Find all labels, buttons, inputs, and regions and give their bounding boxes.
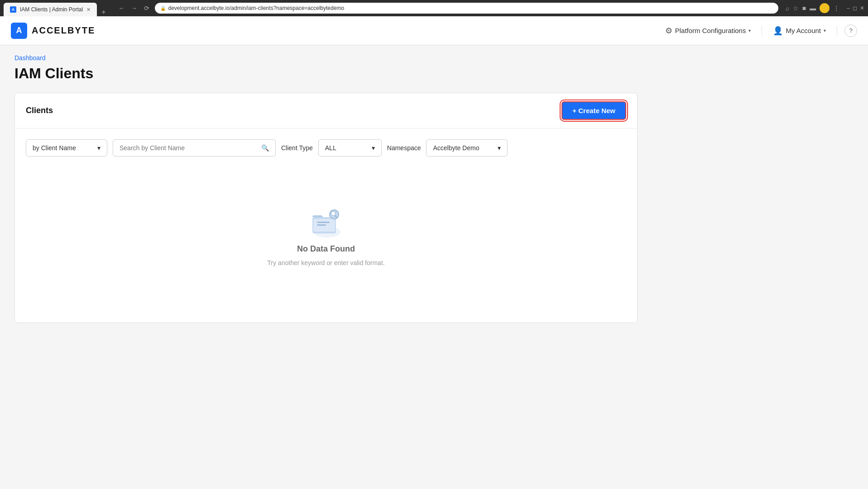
logo-area: A ACCELBYTE bbox=[11, 23, 654, 39]
client-type-dropdown[interactable]: ALL ▾ bbox=[318, 139, 382, 157]
search-input-wrapper: 🔍 bbox=[113, 139, 276, 157]
namespace-label: Namespace bbox=[387, 144, 421, 152]
browser-tabs: A IAM Clients | Admin Portal ✕ + bbox=[4, 0, 110, 16]
lock-icon: 🔒 bbox=[160, 6, 166, 11]
client-type-value: ALL bbox=[325, 144, 336, 152]
app-header: A ACCELBYTE ⚙ Platform Configurations ▾ … bbox=[0, 16, 868, 45]
search-icon: 🔍 bbox=[261, 144, 269, 152]
logo-icon[interactable]: A bbox=[11, 23, 27, 39]
browser-chrome: A IAM Clients | Admin Portal ✕ + ← → ⟳ 🔒… bbox=[0, 0, 868, 16]
logo-text: ACCELBYTE bbox=[32, 25, 95, 36]
client-type-chevron: ▾ bbox=[372, 144, 375, 152]
url-text: development.accelbyte.io/admin/iam-clien… bbox=[168, 5, 345, 11]
clients-card: Clients + Create New by Client Name ▾ 🔍 … bbox=[14, 93, 638, 323]
page-title: IAM Clients bbox=[14, 65, 638, 82]
user-avatar[interactable] bbox=[820, 3, 830, 13]
user-icon: 👤 bbox=[773, 26, 783, 36]
tab-title: IAM Clients | Admin Portal bbox=[20, 6, 83, 13]
svg-rect-3 bbox=[317, 222, 330, 223]
tab-close-icon[interactable]: ✕ bbox=[86, 7, 91, 13]
svg-rect-4 bbox=[317, 224, 326, 226]
page-content: Dashboard IAM Clients Clients + Create N… bbox=[0, 45, 652, 332]
minimize-button[interactable]: – bbox=[847, 5, 850, 11]
my-account-nav[interactable]: 👤 My Account ▾ bbox=[762, 26, 837, 36]
refresh-button[interactable]: ⟳ bbox=[142, 4, 151, 13]
close-button[interactable]: ✕ bbox=[860, 5, 864, 11]
menu-icon[interactable]: ⋮ bbox=[833, 5, 839, 12]
gear-icon: ⚙ bbox=[665, 26, 672, 36]
new-tab-button[interactable]: + bbox=[98, 8, 109, 16]
platform-config-label: Platform Configurations bbox=[675, 27, 746, 34]
forward-button[interactable]: → bbox=[129, 4, 139, 13]
search-by-chevron: ▾ bbox=[97, 144, 101, 152]
active-tab[interactable]: A IAM Clients | Admin Portal ✕ bbox=[4, 3, 97, 16]
browser-controls: ← → ⟳ bbox=[117, 4, 151, 13]
my-account-label: My Account bbox=[786, 27, 821, 34]
svg-point-6 bbox=[331, 211, 336, 216]
platform-config-chevron: ▾ bbox=[748, 28, 751, 33]
search-input[interactable] bbox=[120, 144, 259, 152]
no-data-icon bbox=[308, 207, 344, 239]
zoom-icon[interactable]: ⌕ bbox=[786, 5, 789, 12]
search-by-label: by Client Name bbox=[33, 144, 76, 152]
star-icon[interactable]: ☆ bbox=[793, 5, 799, 12]
namespace-dropdown[interactable]: Accelbyte Demo ▾ bbox=[426, 139, 508, 157]
empty-state: No Data Found Try another keyword or ent… bbox=[26, 171, 626, 312]
namespace-value: Accelbyte Demo bbox=[433, 144, 479, 152]
namespace-chevron: ▾ bbox=[498, 144, 501, 152]
no-data-subtitle: Try another keyword or enter valid forma… bbox=[267, 259, 384, 266]
header-nav: ⚙ Platform Configurations ▾ 👤 My Account… bbox=[654, 24, 857, 37]
breadcrumb[interactable]: Dashboard bbox=[14, 54, 638, 62]
window-controls: – ◻ ✕ bbox=[847, 5, 864, 11]
platform-config-nav[interactable]: ⚙ Platform Configurations ▾ bbox=[654, 26, 762, 36]
no-data-title: No Data Found bbox=[297, 244, 355, 254]
address-bar[interactable]: 🔒 development.accelbyte.io/admin/iam-cli… bbox=[155, 3, 778, 14]
help-button[interactable]: ? bbox=[844, 24, 857, 37]
card-title: Clients bbox=[26, 106, 53, 115]
my-account-chevron: ▾ bbox=[824, 28, 826, 33]
search-by-dropdown[interactable]: by Client Name ▾ bbox=[26, 139, 107, 157]
browser-actions: ⌕ ☆ ■ ▬ ⋮ bbox=[786, 3, 839, 13]
maximize-button[interactable]: ◻ bbox=[853, 5, 857, 11]
tab-favicon: A bbox=[10, 6, 16, 13]
profile-icon[interactable]: ▬ bbox=[810, 5, 816, 12]
card-body: by Client Name ▾ 🔍 Client Type ALL ▾ Nam… bbox=[15, 128, 637, 323]
extension-icon[interactable]: ■ bbox=[802, 5, 806, 12]
client-type-label: Client Type bbox=[281, 144, 313, 152]
filters-row: by Client Name ▾ 🔍 Client Type ALL ▾ Nam… bbox=[26, 139, 626, 157]
create-new-button[interactable]: + Create New bbox=[561, 101, 626, 120]
back-button[interactable]: ← bbox=[117, 4, 127, 13]
card-header: Clients + Create New bbox=[15, 93, 637, 128]
